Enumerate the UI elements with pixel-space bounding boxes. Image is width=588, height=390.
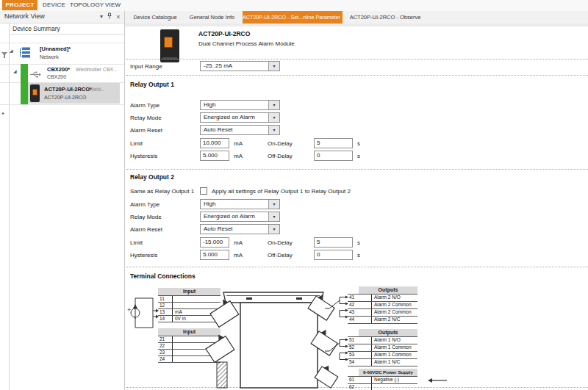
tab-label: ACT20P-UI-2RCO - Set...nline Parameter	[243, 14, 340, 21]
expand-collapsed-icon[interactable]: ▸	[2, 110, 4, 115]
input-range-select[interactable]: -25..25 mA ▾	[200, 61, 280, 71]
terminal-row: 44Alarm 2 N/C	[348, 317, 417, 324]
relay1-limit-input[interactable]: 10.000	[200, 138, 229, 148]
divider	[126, 59, 588, 59]
relay2-same-label: Same as Relay Output 1	[130, 188, 194, 195]
device-summary-column-header[interactable]: Device Summary	[10, 23, 124, 35]
tree-item-sub: Network	[40, 54, 59, 59]
relay2-alarm-reset-label: Alarm Reset	[130, 226, 162, 233]
selected-value: -25..25 mA	[204, 62, 232, 71]
tree-item-name: CBX200*	[47, 66, 70, 73]
relay2-off-delay-input[interactable]: 0	[314, 250, 353, 260]
chevron-down-icon[interactable]: ▾	[268, 200, 279, 209]
selected-value: Energized on Alarm	[204, 113, 255, 122]
relay1-alarm-reset-select[interactable]: Auto Reset ▾	[200, 125, 280, 135]
relay1-hysteresis-input[interactable]: 5.000	[200, 151, 229, 161]
terminal-row: 41Alarm 2 N/O	[348, 295, 417, 302]
chevron-down-icon[interactable]: ▾	[268, 212, 279, 221]
menu-project[interactable]: PROJECT	[2, 0, 37, 10]
usb-icon	[29, 68, 41, 82]
relay1-on-delay-label: On-Delay	[268, 140, 293, 147]
expand-open-icon[interactable]: ◢	[10, 48, 13, 53]
relay1-relay-mode-select[interactable]: Energized on Alarm ▾	[200, 112, 280, 123]
relay2-title: Relay Output 2	[130, 173, 174, 181]
chevron-down-icon[interactable]: ▾	[268, 225, 279, 234]
terminal-row: 52Alarm 1 Common	[348, 344, 417, 352]
terminal-row: 54Alarm 1 N/C	[348, 359, 417, 366]
tree-item-network[interactable]: ◢ [Unnamed]* Network	[0, 43, 124, 65]
tab-set-online-parameter[interactable]: ACT20P-UI-2RCO - Set...nline Parameter ×	[243, 11, 343, 24]
table-header: 9-60VDC Power Supply	[359, 369, 417, 376]
relay1-on-delay-input[interactable]: 5	[314, 138, 353, 148]
device-description: Dual Channel Process Alarm Module	[198, 40, 295, 47]
relay1-title: Relay Output 1	[130, 81, 174, 88]
divider	[126, 267, 588, 267]
relay1-relay-mode-label: Relay Mode	[130, 115, 162, 121]
tab-observe[interactable]: ACT20P-UI-2RCO - Observe	[344, 11, 426, 24]
application-window: PROJECT DEVICE TOPOLOGY VIEW Network Vie…	[0, 0, 588, 390]
relay2-limit-label: Limit	[130, 239, 143, 246]
relay2-alarm-reset-select[interactable]: Auto Reset ▾	[200, 224, 280, 234]
chevron-down-icon[interactable]: ▾	[268, 126, 279, 134]
chevron-down-icon[interactable]: ▾	[98, 12, 105, 21]
relay1-off-delay-input[interactable]: 0	[314, 151, 353, 161]
relay2-on-delay-input[interactable]: 5	[314, 237, 353, 248]
relay2-hysteresis-label: Hysteresis	[130, 252, 157, 259]
selected-value: High	[204, 101, 215, 109]
expand-open-icon[interactable]: ◢	[13, 68, 17, 73]
chevron-down-icon[interactable]: ▾	[268, 113, 279, 122]
current-source-symbol: +	[128, 292, 160, 335]
status-bar-green	[21, 64, 28, 82]
terminal-row: 53Alarm 1 Common	[348, 352, 417, 359]
relay2-limit-input[interactable]: -15.000	[200, 237, 229, 248]
chevron-down-icon[interactable]: ▾	[268, 62, 279, 71]
terminal-row: 61Negative (-)	[348, 377, 417, 384]
selected-value: Energized on Alarm	[204, 212, 255, 221]
panel-title: Network View	[4, 12, 45, 20]
document-tab-bar: Device Catalogue General Node Info ACT20…	[125, 11, 588, 24]
menu-device[interactable]: DEVICE	[43, 0, 65, 10]
input-range-label: Input Range	[130, 63, 162, 70]
relay2-off-delay-unit: s	[357, 252, 360, 259]
selected-value: Auto Reset	[204, 225, 233, 234]
power-flow-arrow-icon	[426, 377, 448, 384]
tree-item-name: ACT20P-UI-2RCO*	[44, 86, 92, 93]
pin-icon[interactable]	[106, 12, 113, 21]
relay2-hysteresis-input[interactable]: 5.000	[200, 250, 229, 260]
relay2-on-delay-label: On-Delay	[268, 239, 293, 246]
tab-device-catalogue[interactable]: Device Catalogue	[126, 11, 184, 24]
menu-view[interactable]: VIEW	[105, 0, 121, 10]
relay1-alarm-type-select[interactable]: High ▾	[200, 100, 280, 110]
menu-topology[interactable]: TOPOLOGY	[70, 0, 104, 10]
relay1-on-delay-unit: s	[357, 140, 360, 147]
relay2-limit-unit: mA	[234, 239, 243, 246]
selected-value: High	[204, 200, 215, 209]
terminal-row: 43Alarm 2 Common	[348, 309, 417, 317]
relay2-on-delay-unit: s	[357, 239, 360, 246]
table-header: Outputs	[359, 286, 417, 294]
chevron-down-icon[interactable]: ▾	[268, 101, 279, 109]
table-header: Outputs	[359, 329, 417, 336]
network-view-panel: Network View ▾ × ▸ Device Summary ◢	[0, 11, 125, 390]
tree-item-sub: ACT20P-UI-2RCO	[44, 95, 87, 100]
tab-general-node-info[interactable]: General Node Info	[184, 11, 240, 24]
relay2-relay-mode-select[interactable]: Energized on Alarm ▾	[200, 212, 280, 222]
terminal-table-power-supply: 9-60VDC Power Supply 61Negative (-) 62	[348, 369, 417, 390]
relay-contact-symbol-alarm2	[323, 291, 350, 323]
network-icon	[19, 46, 32, 62]
terminal-row: 51Alarm 1 N/O	[348, 337, 417, 344]
relay2-alarm-type-select[interactable]: High ▾	[200, 199, 280, 209]
relay2-same-checkbox[interactable]	[200, 187, 207, 195]
terminal-table-outputs-alarm1: Outputs 51Alarm 1 N/O 52Alarm 1 Common 5…	[348, 329, 417, 366]
tree-item-vendor: Weid...	[89, 87, 105, 92]
close-icon[interactable]: ×	[115, 12, 122, 21]
relay1-limit-label: Limit	[130, 140, 143, 147]
relay1-hysteresis-unit: mA	[234, 153, 243, 159]
terminal-row: 42Alarm 2 Common	[348, 302, 417, 309]
tree-item-act20p[interactable]: ACT20P-UI-2RCO* Weid... ACT20P-UI-2RCO	[0, 82, 124, 105]
status-bar-green	[21, 82, 28, 104]
tree-item-name: [Unnamed]*	[40, 46, 71, 52]
tree-item-vendor: Weidmüller CBX...	[76, 67, 118, 72]
relay2-alarm-type-label: Alarm Type	[130, 201, 159, 208]
tree-item-cbx200[interactable]: ◢ CBX200* Weidmüller CBX... CBX200	[0, 64, 124, 83]
